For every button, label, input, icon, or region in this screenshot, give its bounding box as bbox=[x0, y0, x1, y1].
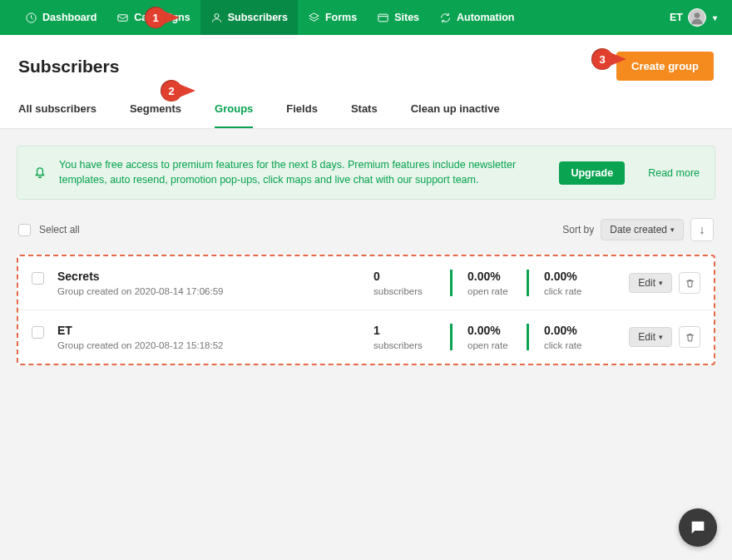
nav-label: Dashboard bbox=[42, 12, 96, 23]
row-checkbox[interactable] bbox=[32, 272, 44, 285]
svg-rect-3 bbox=[378, 14, 388, 22]
tab-groups[interactable]: Groups bbox=[215, 96, 253, 128]
edit-label: Edit bbox=[638, 277, 655, 289]
tab-fields[interactable]: Fields bbox=[286, 96, 318, 128]
row-checkbox[interactable] bbox=[32, 326, 44, 339]
click-rate-value: 0.00% bbox=[544, 324, 588, 337]
page-header: Subscribers Create group All subscribers… bbox=[0, 35, 732, 129]
sort-direction-button[interactable]: ↓ bbox=[690, 218, 714, 241]
tab-all-subscribers[interactable]: All subscribers bbox=[18, 96, 96, 128]
nav-label: Sites bbox=[394, 12, 419, 23]
click-rate-value: 0.00% bbox=[544, 270, 588, 283]
user-icon bbox=[210, 12, 223, 24]
group-name[interactable]: ET bbox=[57, 324, 373, 337]
open-rate-label: open rate bbox=[467, 286, 512, 296]
edit-label: Edit bbox=[638, 331, 655, 343]
chevron-down-icon: ▾ bbox=[713, 13, 717, 22]
group-row: ET Group created on 2020-08-12 15:18:52 … bbox=[18, 310, 714, 364]
nav-label: Automation bbox=[457, 12, 514, 23]
create-group-button[interactable]: Create group bbox=[616, 52, 714, 81]
click-rate-label: click rate bbox=[544, 286, 588, 296]
trash-icon bbox=[685, 278, 695, 289]
delete-button[interactable] bbox=[679, 272, 700, 294]
group-name[interactable]: Secrets bbox=[57, 270, 373, 283]
nav-item-forms[interactable]: Forms bbox=[298, 0, 367, 35]
nav-label: Campaigns bbox=[134, 12, 190, 23]
arrow-down-icon: ↓ bbox=[700, 223, 705, 236]
avatar bbox=[688, 8, 706, 27]
top-nav: Dashboard Campaigns Subscribers Forms Si… bbox=[0, 0, 732, 35]
svg-rect-1 bbox=[118, 14, 127, 21]
toolbar: Select all Sort by Date created ▾ ↓ bbox=[17, 218, 715, 241]
tabs: All subscribers Segments Groups Fields S… bbox=[18, 96, 714, 128]
page-title: Subscribers bbox=[18, 57, 119, 77]
window-icon bbox=[377, 12, 389, 24]
group-meta: Group created on 2020-08-14 17:06:59 bbox=[57, 286, 373, 296]
nav-item-automation[interactable]: Automation bbox=[429, 0, 524, 35]
sort-by-label: Sort by bbox=[562, 224, 594, 235]
click-rate-label: click rate bbox=[544, 340, 588, 350]
nav-item-campaigns[interactable]: Campaigns bbox=[106, 0, 200, 35]
delete-button[interactable] bbox=[679, 326, 700, 348]
tab-segments[interactable]: Segments bbox=[130, 96, 181, 128]
nav-item-sites[interactable]: Sites bbox=[367, 0, 429, 35]
group-meta: Group created on 2020-08-12 15:18:52 bbox=[57, 340, 373, 350]
trash-icon bbox=[685, 332, 695, 343]
open-rate-label: open rate bbox=[467, 340, 512, 350]
chevron-down-icon: ▾ bbox=[659, 333, 663, 341]
group-list: Secrets Group created on 2020-08-14 17:0… bbox=[17, 255, 715, 365]
edit-button[interactable]: Edit ▾ bbox=[629, 273, 672, 293]
chat-icon bbox=[689, 518, 707, 537]
edit-button[interactable]: Edit ▾ bbox=[629, 327, 672, 347]
tab-stats[interactable]: Stats bbox=[351, 96, 378, 128]
sort-dropdown[interactable]: Date created ▾ bbox=[601, 219, 684, 240]
mail-icon bbox=[116, 12, 129, 24]
subscribers-label: subscribers bbox=[373, 286, 435, 296]
clock-icon bbox=[25, 12, 37, 24]
open-rate-value: 0.00% bbox=[467, 270, 512, 283]
upgrade-button[interactable]: Upgrade bbox=[559, 161, 625, 185]
notice-text: You have free access to premium features… bbox=[59, 158, 547, 187]
user-menu[interactable]: ET ▾ bbox=[670, 8, 717, 27]
open-rate-value: 0.00% bbox=[467, 324, 512, 337]
upgrade-notice: You have free access to premium features… bbox=[17, 146, 715, 200]
stack-icon bbox=[308, 12, 320, 24]
svg-point-4 bbox=[695, 12, 700, 18]
sort-value: Date created bbox=[610, 224, 667, 235]
select-all-label: Select all bbox=[39, 224, 80, 235]
refresh-icon bbox=[439, 12, 452, 24]
bell-icon bbox=[32, 164, 47, 182]
chat-button[interactable] bbox=[679, 508, 717, 547]
nav-label: Forms bbox=[325, 12, 357, 23]
nav-label: Subscribers bbox=[228, 12, 288, 23]
select-all-checkbox[interactable] bbox=[18, 224, 31, 236]
subscribers-count: 1 bbox=[373, 324, 435, 337]
subscribers-count: 0 bbox=[373, 270, 435, 283]
nav-item-subscribers[interactable]: Subscribers bbox=[200, 0, 298, 35]
group-row: Secrets Group created on 2020-08-14 17:0… bbox=[18, 256, 714, 310]
svg-point-2 bbox=[215, 13, 219, 17]
nav-item-dashboard[interactable]: Dashboard bbox=[15, 0, 106, 35]
user-initials: ET bbox=[670, 12, 683, 23]
read-more-link[interactable]: Read more bbox=[648, 167, 700, 179]
chevron-down-icon: ▾ bbox=[659, 279, 663, 287]
subscribers-label: subscribers bbox=[373, 340, 435, 350]
tab-clean-up-inactive[interactable]: Clean up inactive bbox=[411, 96, 500, 128]
chevron-down-icon: ▾ bbox=[670, 225, 675, 234]
